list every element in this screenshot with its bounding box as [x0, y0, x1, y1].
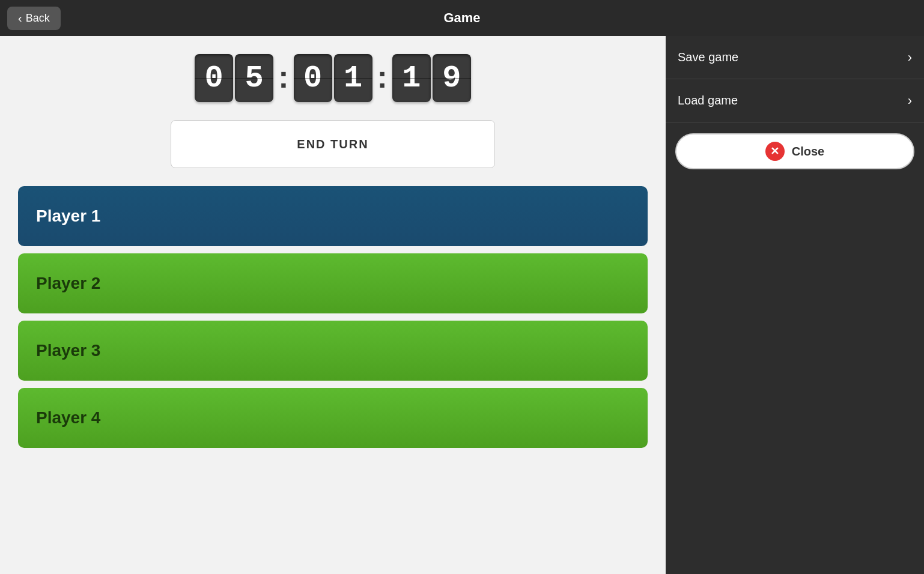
timer-digit-h2: 5	[235, 54, 273, 102]
player-row-3[interactable]: Player 3	[18, 321, 648, 381]
timer-seconds: 1 9	[392, 54, 471, 102]
timer-colon-2: :	[375, 59, 390, 95]
header: ‹ Back Game	[0, 0, 924, 36]
close-x-icon: ✕	[765, 142, 785, 161]
player-row-4[interactable]: Player 4	[18, 388, 648, 448]
back-chevron-icon: ‹	[18, 11, 22, 25]
main-panel: 0 5 : 0 1 : 1 9 END TURN Player 1 Player…	[0, 36, 666, 574]
sidebar: Save game › Load game › ✕ Close	[666, 36, 924, 574]
player-2-name: Player 2	[36, 274, 100, 293]
player-1-name: Player 1	[36, 207, 100, 226]
load-game-item[interactable]: Load game ›	[666, 79, 924, 122]
timer-hours: 0 5	[195, 54, 273, 102]
page-title: Game	[443, 10, 480, 26]
close-section: ✕ Close	[666, 122, 924, 180]
back-button[interactable]: ‹ Back	[7, 7, 61, 30]
save-game-chevron-icon: ›	[908, 50, 912, 65]
timer-colon-1: :	[276, 59, 291, 95]
player-row-1[interactable]: Player 1	[18, 186, 648, 246]
save-game-item[interactable]: Save game ›	[666, 36, 924, 79]
timer-digit-s2: 9	[433, 54, 471, 102]
player-3-name: Player 3	[36, 341, 100, 360]
players-list: Player 1 Player 2 Player 3 Player 4	[18, 186, 648, 448]
timer: 0 5 : 0 1 : 1 9	[195, 54, 471, 102]
save-game-label: Save game	[678, 50, 738, 64]
timer-digit-s1: 1	[392, 54, 431, 102]
main-layout: 0 5 : 0 1 : 1 9 END TURN Player 1 Player…	[0, 36, 924, 574]
close-label: Close	[792, 145, 824, 159]
timer-digit-h1: 0	[195, 54, 233, 102]
load-game-label: Load game	[678, 94, 738, 107]
load-game-chevron-icon: ›	[908, 93, 912, 109]
back-label: Back	[26, 12, 50, 25]
player-4-name: Player 4	[36, 408, 100, 427]
timer-digit-m1: 0	[294, 54, 332, 102]
player-row-2[interactable]: Player 2	[18, 253, 648, 313]
close-button[interactable]: ✕ Close	[675, 133, 914, 169]
end-turn-button[interactable]: END TURN	[171, 120, 495, 168]
timer-digit-m2: 1	[334, 54, 372, 102]
timer-minutes: 0 1	[294, 54, 372, 102]
